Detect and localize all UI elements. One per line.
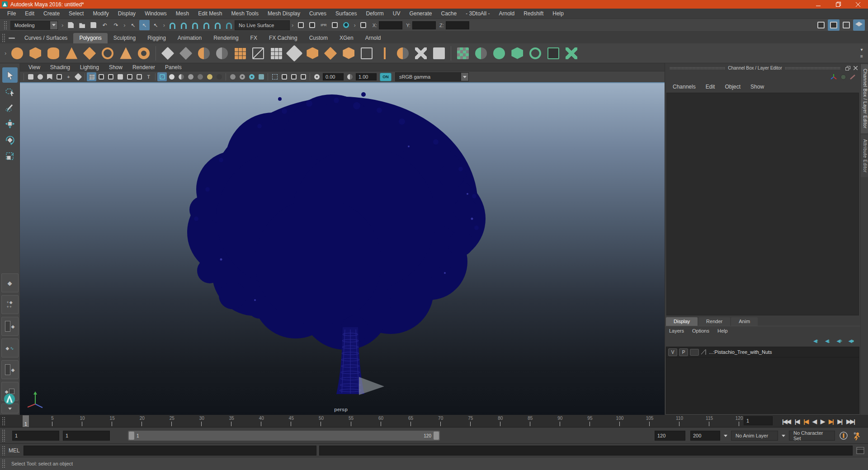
menu-item[interactable]: Help bbox=[548, 9, 568, 19]
multi-cut-icon[interactable] bbox=[412, 45, 429, 61]
command-language-toggle[interactable]: MEL bbox=[9, 447, 20, 454]
auto-keyframe-icon[interactable] bbox=[851, 431, 861, 441]
shelf-tab-toggle-icon[interactable] bbox=[9, 38, 15, 39]
open-scene-icon[interactable] bbox=[77, 20, 87, 30]
subdivide-icon[interactable] bbox=[250, 45, 267, 61]
current-time-field[interactable] bbox=[744, 416, 773, 425]
channel-box-menu-item[interactable]: Channels bbox=[668, 83, 701, 91]
collapse-arrow-icon[interactable] bbox=[290, 22, 295, 28]
layout-four-pane-button[interactable]: +◆++ bbox=[1, 295, 19, 314]
gamma-field[interactable] bbox=[356, 73, 377, 80]
tree-model[interactable] bbox=[20, 83, 665, 415]
collapse-arrow-icon[interactable] bbox=[161, 22, 167, 28]
modeling-toolkit-toggle-icon[interactable] bbox=[815, 19, 827, 31]
grease-pencil-icon[interactable] bbox=[73, 72, 83, 81]
cut-sew-uv-icon[interactable] bbox=[563, 45, 580, 61]
layer-tab-render[interactable]: Render bbox=[698, 317, 730, 326]
resolution-gate-icon[interactable] bbox=[106, 72, 115, 81]
pane-layout-single-icon[interactable] bbox=[279, 72, 289, 81]
menu-item[interactable]: - 3DtoAll - bbox=[461, 9, 494, 19]
range-slider[interactable]: 1 120 bbox=[128, 431, 440, 441]
shelf-tab-xgen[interactable]: XGen bbox=[334, 33, 359, 43]
shelf-tab-rigging[interactable]: Rigging bbox=[142, 33, 172, 43]
select-object-icon[interactable]: ↖ bbox=[139, 20, 150, 30]
menu-item[interactable]: Mesh Tools bbox=[227, 9, 263, 19]
add-layer-from-selected-icon[interactable]: ◀● bbox=[845, 337, 856, 345]
shelf-menu-icon[interactable]: ≡ bbox=[858, 53, 866, 60]
range-end-handle[interactable] bbox=[434, 432, 439, 440]
motion-blur-icon[interactable] bbox=[237, 72, 247, 81]
shelf-tab-polygons[interactable]: Polygons bbox=[73, 33, 107, 43]
layer-list[interactable]: V P ...:Pistachio_Tree_with_Nuts bbox=[666, 347, 859, 414]
open-render-view-icon[interactable] bbox=[296, 20, 306, 30]
panel-menu-item[interactable]: Show bbox=[104, 63, 127, 71]
lighting-toggle-icon[interactable] bbox=[205, 72, 214, 81]
menu-item[interactable]: Edit Mesh bbox=[193, 9, 226, 19]
shadows-toggle-icon[interactable] bbox=[214, 72, 224, 81]
collapse-arrow-icon[interactable] bbox=[3, 50, 8, 56]
menu-item[interactable]: Curves bbox=[305, 9, 331, 19]
select-hierarchy-icon[interactable]: ↖ bbox=[128, 20, 138, 30]
scale-tool[interactable] bbox=[2, 149, 18, 164]
channel-box-menu-item[interactable]: Edit bbox=[701, 83, 720, 91]
poly-sphere-icon[interactable] bbox=[9, 45, 26, 61]
viewport-snapshot-icon[interactable] bbox=[298, 72, 308, 81]
image-plane-icon[interactable] bbox=[54, 72, 64, 81]
menu-item[interactable]: Deform bbox=[361, 9, 388, 19]
layer-type-icon[interactable] bbox=[701, 349, 707, 355]
grid-toggle-icon[interactable] bbox=[87, 72, 96, 81]
menu-item[interactable]: Mesh Display bbox=[263, 9, 305, 19]
select-component-icon[interactable]: ↖ bbox=[151, 20, 161, 30]
symmetry-settings-icon[interactable] bbox=[358, 20, 368, 30]
playback-start-field[interactable] bbox=[63, 431, 110, 441]
layer-editor-menu-item[interactable]: Layers bbox=[665, 327, 688, 335]
automatic-mapping-icon[interactable] bbox=[509, 45, 526, 61]
collapse-arrow-icon[interactable] bbox=[122, 22, 127, 28]
menu-item[interactable]: Redshift bbox=[519, 9, 548, 19]
manipulator-axis-icon[interactable] bbox=[830, 74, 837, 80]
target-weld-icon[interactable] bbox=[430, 45, 448, 61]
channel-attributes-area[interactable] bbox=[666, 93, 859, 315]
planar-mapping-icon[interactable] bbox=[454, 45, 472, 61]
shelf-tab-fx[interactable]: FX bbox=[245, 33, 263, 43]
unfold-icon[interactable] bbox=[527, 45, 544, 61]
layer-tab-display[interactable]: Display bbox=[666, 317, 698, 326]
smooth-shade-icon[interactable] bbox=[167, 72, 176, 81]
maximize-button[interactable] bbox=[828, 0, 848, 9]
poly-cube-icon[interactable] bbox=[27, 45, 44, 61]
snap-to-curve-icon[interactable] bbox=[179, 20, 189, 30]
camera-bookmarks-icon[interactable] bbox=[45, 72, 54, 81]
menu-item[interactable]: Cache bbox=[436, 9, 461, 19]
tab-channel-box[interactable]: Channel Box / Layer Editor bbox=[861, 64, 868, 133]
minimize-button[interactable] bbox=[808, 0, 828, 9]
camera-attributes-icon[interactable] bbox=[35, 72, 45, 81]
collapse-arrow-icon[interactable] bbox=[60, 22, 65, 28]
menu-item[interactable]: Edit bbox=[20, 9, 39, 19]
y-input[interactable] bbox=[412, 21, 436, 29]
pane-layout-split-icon[interactable] bbox=[289, 72, 298, 81]
chevron-down-icon[interactable] bbox=[724, 435, 727, 437]
panel-menu-item[interactable]: Renderer bbox=[127, 63, 160, 71]
shelf-tab-custom[interactable]: Custom bbox=[303, 33, 334, 43]
boolean-difference-icon[interactable] bbox=[213, 45, 231, 61]
play-forwards-icon[interactable]: ▶ bbox=[819, 416, 826, 427]
command-line-grip[interactable] bbox=[1, 445, 5, 456]
menuset-dropdown[interactable]: Modeling bbox=[10, 21, 58, 30]
new-scene-icon[interactable] bbox=[66, 20, 76, 30]
layer-visibility-toggle[interactable]: V bbox=[668, 348, 677, 356]
range-slider-grip[interactable] bbox=[1, 429, 5, 442]
panel-drag-handle[interactable] bbox=[670, 67, 725, 70]
extrude-icon[interactable] bbox=[304, 45, 321, 61]
layer-row[interactable]: V P ...:Pistachio_Tree_with_Nuts bbox=[666, 347, 859, 357]
colorspace-dropdown[interactable]: sRGB gamma bbox=[395, 72, 469, 81]
combine-icon[interactable] bbox=[159, 45, 176, 61]
shelf-tab-rendering[interactable]: Rendering bbox=[208, 33, 244, 43]
insert-edge-loop-icon[interactable] bbox=[376, 45, 393, 61]
panel-menu-item[interactable]: View bbox=[24, 63, 45, 71]
film-gate-icon[interactable] bbox=[96, 72, 106, 81]
smooth-icon[interactable] bbox=[231, 45, 249, 61]
layout-hypershade-persp-button[interactable]: ◆ bbox=[1, 360, 19, 379]
ground-cone[interactable] bbox=[359, 377, 384, 395]
play-backwards-icon[interactable]: ◀ bbox=[811, 416, 818, 427]
exposure-icon[interactable] bbox=[312, 72, 321, 81]
